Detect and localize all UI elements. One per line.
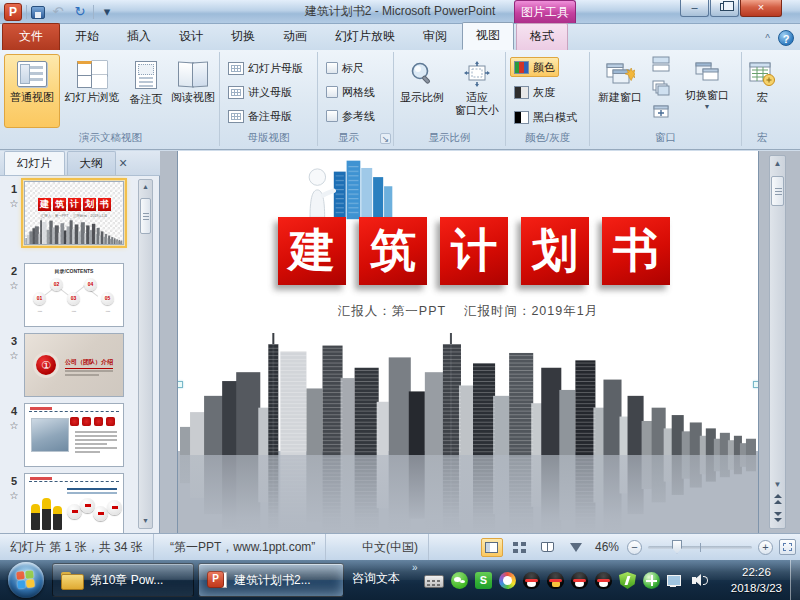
normal-view-button[interactable]: 普通视图 xyxy=(4,54,60,128)
guides-checkbox[interactable]: 参考线 xyxy=(322,106,379,126)
normal-view-toggle[interactable] xyxy=(481,538,503,557)
tab-transitions[interactable]: 切换 xyxy=(218,24,268,50)
sogou-icon[interactable]: S xyxy=(475,572,492,589)
zoom-button[interactable]: 显示比例 xyxy=(396,54,448,128)
gridlines-checkbox[interactable]: 网格线 xyxy=(322,82,379,102)
volume-wave xyxy=(703,576,708,585)
scroll-up-icon[interactable]: ▲ xyxy=(139,180,152,194)
panel-close-icon[interactable]: × xyxy=(114,155,132,173)
zoom-in-button[interactable]: + xyxy=(758,540,773,555)
zoom-slider[interactable] xyxy=(648,546,752,549)
editor-scrollbar[interactable]: ▲ ▼ xyxy=(769,155,786,529)
slide-master-button[interactable]: 幻灯片母版 xyxy=(224,58,307,78)
minimize-button[interactable]: – xyxy=(680,0,709,17)
magnifier-icon xyxy=(409,61,435,87)
taskbar-item-folder[interactable]: 第10章 Pow... xyxy=(52,563,194,597)
slide-thumbnail-5[interactable] xyxy=(24,473,124,537)
reading-view-toggle[interactable] xyxy=(537,538,559,557)
start-button[interactable] xyxy=(8,562,44,598)
wechat-icon[interactable] xyxy=(451,572,468,589)
rainbow-icon[interactable] xyxy=(499,572,516,589)
slide-thumbnail-2[interactable]: 目录/CONTENTS 01 02 03 04 05 ▪▪▪▪ ▪▪▪▪ ▪▪▪… xyxy=(24,263,124,327)
minimize-ribbon-icon[interactable]: ^ xyxy=(765,33,770,44)
move-split-button[interactable] xyxy=(652,104,670,124)
qq-icon[interactable] xyxy=(595,572,612,589)
slide-sorter-toggle[interactable] xyxy=(509,538,531,557)
taskbar-toolbar-label[interactable]: 咨询文本 xyxy=(352,570,400,587)
notes-page-button[interactable]: 备注页 xyxy=(124,54,168,128)
arrange-all-button[interactable] xyxy=(652,56,670,76)
tab-file[interactable]: 文件 xyxy=(2,23,60,50)
theme-name: “第一PPT，www.1ppt.com” xyxy=(160,534,326,560)
keyboard-icon[interactable] xyxy=(424,575,444,588)
tab-format[interactable]: 格式 xyxy=(516,23,568,50)
handout-master-button[interactable]: 讲义母版 xyxy=(224,82,296,102)
slide-thumbnail-3[interactable]: ① 公司（团队）介绍 xyxy=(24,333,124,397)
scroll-up-icon[interactable]: ▲ xyxy=(770,156,785,171)
scroll-down-icon[interactable]: ▼ xyxy=(139,514,152,528)
contents-node: 04 xyxy=(84,278,97,291)
notes-master-button[interactable]: 备注母版 xyxy=(224,106,296,126)
tab-home[interactable]: 开始 xyxy=(62,24,112,50)
new-window-button[interactable]: 新建窗口 xyxy=(592,54,648,128)
slide-master-icon xyxy=(228,62,244,75)
macros-button[interactable]: 宏 xyxy=(744,54,780,128)
previous-slide-button[interactable] xyxy=(770,492,785,508)
tab-insert[interactable]: 插入 xyxy=(114,24,164,50)
fit-to-window-button[interactable]: 适应 窗口大小 xyxy=(450,54,504,128)
switch-windows-button[interactable]: 切换窗口 ▼ xyxy=(678,54,736,128)
close-button[interactable]: × xyxy=(740,0,782,17)
mini-heading xyxy=(30,407,52,410)
ruler-checkbox[interactable]: 标尺 xyxy=(322,58,368,78)
slide-subtitle[interactable]: 汇报人：第一PPT 汇报时间：2019年1月 xyxy=(178,303,758,320)
tab-slideshow[interactable]: 幻灯片放映 xyxy=(322,24,408,50)
zoom-percentage[interactable]: 46% xyxy=(595,540,619,554)
tab-design[interactable]: 设计 xyxy=(166,24,216,50)
language-indicator[interactable]: 中文(中国) xyxy=(352,534,429,560)
slideshow-toggle[interactable] xyxy=(565,538,587,557)
panel-scrollbar-thumb[interactable] xyxy=(140,198,151,234)
zoom-out-button[interactable]: − xyxy=(627,540,642,555)
slide-canvas[interactable]: 建 筑 计 划 书 汇报人：第一PPT 汇报时间：2019年1月 xyxy=(177,151,759,533)
slide-title[interactable]: 建 筑 计 划 书 xyxy=(278,217,670,285)
tab-slides[interactable]: 幻灯片 xyxy=(4,151,65,175)
qq-icon[interactable] xyxy=(571,572,588,589)
tab-view[interactable]: 视图 xyxy=(462,22,514,50)
next-slide-button[interactable] xyxy=(770,510,785,526)
panel-scrollbar[interactable]: ▲ ▼ xyxy=(138,179,153,529)
grayscale-button[interactable]: 灰度 xyxy=(510,82,559,102)
fit-slide-to-window-button[interactable] xyxy=(779,539,796,555)
taskbar-clock[interactable]: 22:26 2018/3/23 xyxy=(731,564,782,596)
network-icon[interactable] xyxy=(667,573,684,590)
antivirus-sphere-icon[interactable] xyxy=(643,572,660,589)
selection-handle-left[interactable] xyxy=(177,381,183,388)
zoom-slider-thumb[interactable] xyxy=(672,540,682,554)
city-skyline-image[interactable] xyxy=(178,333,759,455)
slide-thumbnail-4[interactable] xyxy=(24,403,124,467)
help-icon[interactable]: ? xyxy=(778,30,794,46)
scroll-down-icon[interactable]: ▼ xyxy=(770,477,785,492)
selection-handle-right[interactable] xyxy=(753,381,759,388)
show-dialog-launcher-icon[interactable]: ↘ xyxy=(380,133,391,144)
toolbar-overflow-icon[interactable]: » xyxy=(412,562,418,573)
reading-view-button[interactable]: 阅读视图 xyxy=(168,54,218,128)
tab-review[interactable]: 审阅 xyxy=(410,24,460,50)
restore-button[interactable] xyxy=(710,0,739,17)
black-white-button[interactable]: 黑白模式 xyxy=(510,107,581,127)
slide-thumbnail-1[interactable]: 建筑计划书 汇报人：第一PPT 汇报时间：2019年1月 xyxy=(24,181,124,245)
tab-outline[interactable]: 大纲 xyxy=(67,151,116,175)
editor-scrollbar-thumb[interactable] xyxy=(771,176,784,206)
restore-icon xyxy=(720,3,729,11)
animation-star-icon: ☆ xyxy=(6,420,22,431)
slide-sorter-button[interactable]: 幻灯片浏览 xyxy=(62,54,122,128)
show-desktop-button[interactable] xyxy=(790,560,800,600)
slide-number: 4 ☆ xyxy=(6,405,22,431)
qq-icon[interactable] xyxy=(523,572,540,589)
volume-icon[interactable] xyxy=(691,572,708,589)
taskbar-item-powerpoint[interactable]: 建筑计划书2... xyxy=(198,563,344,597)
tab-animations[interactable]: 动画 xyxy=(270,24,320,50)
color-button[interactable]: 颜色 xyxy=(510,57,559,77)
security-shield-icon[interactable] xyxy=(619,572,636,589)
qq-files-icon[interactable] xyxy=(547,572,564,589)
cascade-windows-button[interactable] xyxy=(652,80,670,100)
